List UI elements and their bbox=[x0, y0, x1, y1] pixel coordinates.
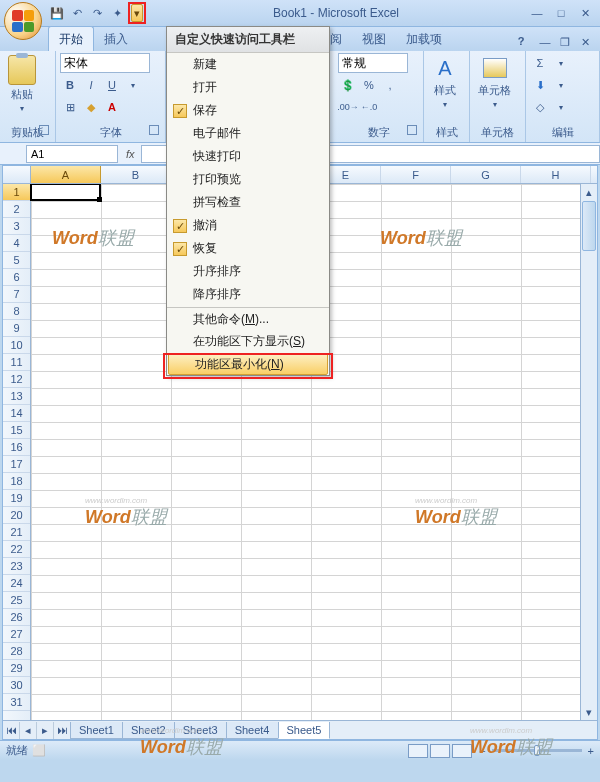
row-header[interactable]: 20 bbox=[3, 507, 30, 524]
menu-item[interactable]: 升序排序 bbox=[167, 260, 329, 283]
sheet-nav-next[interactable]: ▸ bbox=[37, 722, 54, 739]
minimize-window-button[interactable]: — bbox=[526, 5, 548, 21]
zoom-slider[interactable] bbox=[492, 749, 582, 752]
row-header[interactable]: 16 bbox=[3, 439, 30, 456]
paste-button[interactable]: 粘贴▾ bbox=[4, 53, 40, 115]
scroll-down-arrow[interactable]: ▾ bbox=[581, 704, 597, 720]
row-header[interactable]: 12 bbox=[3, 371, 30, 388]
sheet-tab[interactable]: Sheet4 bbox=[226, 722, 279, 739]
menu-item[interactable]: 打开 bbox=[167, 76, 329, 99]
menu-item[interactable]: 降序排序 bbox=[167, 283, 329, 306]
zoom-out-button[interactable]: − bbox=[479, 745, 485, 757]
menu-item[interactable]: ✓恢复 bbox=[167, 237, 329, 260]
column-header[interactable]: F bbox=[381, 166, 451, 183]
comma-button[interactable]: , bbox=[380, 75, 400, 95]
sheet-nav-last[interactable]: ⏭ bbox=[54, 722, 71, 739]
menu-item[interactable]: 电子邮件 bbox=[167, 122, 329, 145]
redo-icon[interactable]: ↷ bbox=[88, 4, 106, 22]
border-button[interactable]: ⊞ bbox=[60, 97, 80, 117]
undo-icon[interactable]: ↶ bbox=[68, 4, 86, 22]
menu-item[interactable]: 快速打印 bbox=[167, 145, 329, 168]
horizontal-scrollbar[interactable] bbox=[334, 722, 597, 738]
autosum-button[interactable]: Σ bbox=[530, 53, 550, 73]
percent-button[interactable]: % bbox=[359, 75, 379, 95]
row-header[interactable]: 22 bbox=[3, 541, 30, 558]
mdi-minimize-button[interactable]: — bbox=[536, 35, 554, 49]
sheet-nav-prev[interactable]: ◂ bbox=[20, 722, 37, 739]
scroll-thumb[interactable] bbox=[582, 201, 596, 251]
row-header[interactable]: 28 bbox=[3, 643, 30, 660]
row-header[interactable]: 2 bbox=[3, 201, 30, 218]
maximize-window-button[interactable]: □ bbox=[550, 5, 572, 21]
currency-button[interactable]: 💲 bbox=[338, 75, 358, 95]
close-window-button[interactable]: ✕ bbox=[574, 5, 596, 21]
help-icon[interactable]: ? bbox=[512, 35, 530, 49]
menu-item[interactable]: 打印预览 bbox=[167, 168, 329, 191]
row-header[interactable]: 5 bbox=[3, 252, 30, 269]
menu-more-commands[interactable]: 其他命令(M)... bbox=[167, 307, 329, 330]
row-header[interactable]: 10 bbox=[3, 337, 30, 354]
menu-item[interactable]: 拼写检查 bbox=[167, 191, 329, 214]
row-header[interactable]: 1 bbox=[3, 184, 30, 201]
row-header[interactable]: 17 bbox=[3, 456, 30, 473]
tab-insert[interactable]: 插入 bbox=[94, 27, 138, 51]
fill-button[interactable]: ⬇ bbox=[530, 75, 550, 95]
row-header[interactable]: 8 bbox=[3, 303, 30, 320]
row-header[interactable]: 15 bbox=[3, 422, 30, 439]
normal-view-button[interactable] bbox=[408, 744, 428, 758]
menu-item[interactable]: 新建 bbox=[167, 53, 329, 76]
row-header[interactable]: 30 bbox=[3, 677, 30, 694]
row-header[interactable]: 6 bbox=[3, 269, 30, 286]
sheet-nav-first[interactable]: ⏮ bbox=[3, 722, 20, 739]
row-header[interactable]: 29 bbox=[3, 660, 30, 677]
italic-button[interactable]: I bbox=[81, 75, 101, 95]
menu-show-below-ribbon[interactable]: 在功能区下方显示(S) bbox=[167, 330, 329, 353]
font-name-combo[interactable]: 宋体 bbox=[60, 53, 150, 73]
sheet-tab[interactable]: Sheet3 bbox=[174, 722, 227, 739]
fill-color-button[interactable]: ◆ bbox=[81, 97, 101, 117]
row-header[interactable]: 27 bbox=[3, 626, 30, 643]
zoom-in-button[interactable]: + bbox=[588, 745, 594, 757]
row-header[interactable]: 23 bbox=[3, 558, 30, 575]
row-header[interactable]: 9 bbox=[3, 320, 30, 337]
select-all-corner[interactable] bbox=[3, 166, 31, 183]
menu-minimize-ribbon[interactable]: 功能区最小化(N) bbox=[168, 353, 328, 375]
row-header[interactable]: 24 bbox=[3, 575, 30, 592]
tab-view[interactable]: 视图 bbox=[352, 27, 396, 51]
row-header[interactable]: 31 bbox=[3, 694, 30, 711]
row-header[interactable]: 7 bbox=[3, 286, 30, 303]
column-header[interactable]: A bbox=[31, 166, 101, 183]
underline-button[interactable]: U bbox=[102, 75, 122, 95]
font-color-button[interactable]: A bbox=[102, 97, 122, 117]
vertical-scrollbar[interactable]: ▴ ▾ bbox=[580, 184, 597, 720]
clipboard-dialog-launcher[interactable] bbox=[39, 125, 49, 135]
row-header[interactable]: 25 bbox=[3, 592, 30, 609]
row-header[interactable]: 3 bbox=[3, 218, 30, 235]
row-header[interactable]: 13 bbox=[3, 388, 30, 405]
row-header[interactable]: 19 bbox=[3, 490, 30, 507]
row-header[interactable]: 18 bbox=[3, 473, 30, 490]
column-header[interactable]: H bbox=[521, 166, 591, 183]
sheet-tab[interactable]: Sheet2 bbox=[122, 722, 175, 739]
tab-home[interactable]: 开始 bbox=[48, 26, 94, 51]
number-format-combo[interactable]: 常规 bbox=[338, 53, 408, 73]
tab-addins[interactable]: 加载项 bbox=[396, 27, 452, 51]
menu-item[interactable]: ✓撤消 bbox=[167, 214, 329, 237]
styles-button[interactable]: A样式▾ bbox=[428, 53, 462, 111]
clear-button[interactable]: ◇ bbox=[530, 97, 550, 117]
mdi-close-button[interactable]: ✕ bbox=[576, 35, 594, 49]
row-header[interactable]: 21 bbox=[3, 524, 30, 541]
row-header[interactable]: 11 bbox=[3, 354, 30, 371]
tools-icon[interactable]: ✦ bbox=[108, 4, 126, 22]
row-header[interactable]: 26 bbox=[3, 609, 30, 626]
name-box[interactable]: A1 bbox=[26, 145, 118, 163]
row-header[interactable]: 14 bbox=[3, 405, 30, 422]
font-dialog-launcher[interactable] bbox=[149, 125, 159, 135]
fx-button[interactable]: fx bbox=[120, 148, 141, 160]
decrease-decimal-button[interactable]: ←.0 bbox=[359, 97, 379, 117]
increase-decimal-button[interactable]: .00→ bbox=[338, 97, 358, 117]
page-layout-view-button[interactable] bbox=[430, 744, 450, 758]
cells-button[interactable]: 单元格▾ bbox=[474, 53, 515, 111]
row-header[interactable]: 4 bbox=[3, 235, 30, 252]
bold-button[interactable]: B bbox=[60, 75, 80, 95]
